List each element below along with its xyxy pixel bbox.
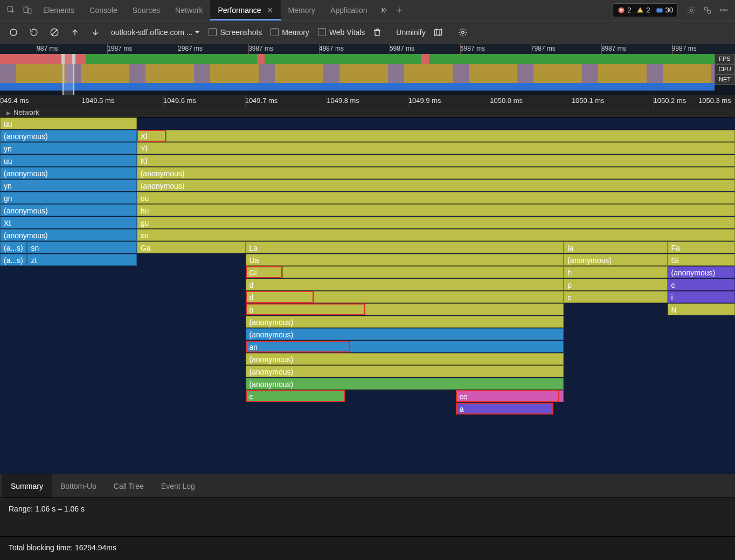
flame-block[interactable]: uu xyxy=(0,117,137,129)
screenshots-checkbox[interactable]: Screenshots xyxy=(209,28,262,37)
map-icon[interactable] xyxy=(430,24,446,40)
flame-block[interactable]: (anonymous) xyxy=(0,204,137,216)
upload-button[interactable] xyxy=(67,24,83,40)
flame-block[interactable]: c xyxy=(246,390,345,402)
event-log-tab[interactable]: Event Log xyxy=(152,474,204,498)
flame-block[interactable]: (anonymous) xyxy=(137,179,735,191)
flame-block[interactable]: La xyxy=(246,241,564,253)
tab-elements[interactable]: Elements xyxy=(36,0,82,20)
more-options-icon[interactable] xyxy=(716,2,732,18)
flame-block[interactable]: gu xyxy=(137,217,735,229)
close-icon[interactable]: ✕ xyxy=(267,6,273,15)
flame-block[interactable]: (anonymous) xyxy=(246,316,564,328)
flame-block[interactable]: Xl xyxy=(137,130,167,142)
flame-block[interactable]: (a...s) xyxy=(0,241,27,253)
flame-block[interactable]: Gi xyxy=(668,254,735,266)
tab-network[interactable]: Network xyxy=(168,0,210,20)
webvitals-checkbox[interactable]: Web Vitals xyxy=(318,28,365,37)
flame-block[interactable] xyxy=(559,390,564,402)
detail-ruler[interactable]: 049.4 ms1049.5 ms1049.6 ms1049.7 ms1049.… xyxy=(0,95,735,107)
download-button[interactable] xyxy=(87,24,103,40)
delete-button[interactable] xyxy=(369,24,385,40)
flame-block[interactable]: (anonymous) xyxy=(246,353,564,365)
capture-settings-icon[interactable] xyxy=(455,24,471,40)
flame-block[interactable] xyxy=(166,130,735,142)
flame-block[interactable]: Gi xyxy=(246,266,282,278)
flame-block[interactable]: o xyxy=(246,303,365,315)
feedback-icon[interactable] xyxy=(699,2,716,18)
flame-block[interactable]: gn xyxy=(0,192,137,204)
flame-block[interactable] xyxy=(282,266,564,278)
errors-badge[interactable]: 2 xyxy=(615,6,633,14)
warnings-badge[interactable]: 2 xyxy=(634,6,652,14)
flame-block[interactable]: xo xyxy=(137,229,735,241)
record-button[interactable] xyxy=(5,24,22,40)
unminify-button[interactable]: Unminify xyxy=(396,28,425,37)
flame-block[interactable]: co xyxy=(456,390,559,402)
flame-block[interactable]: (anonymous) xyxy=(564,254,667,266)
flame-block[interactable]: (anonymous) xyxy=(0,130,137,142)
memory-checkbox[interactable]: Memory xyxy=(271,28,309,37)
flame-block[interactable]: d xyxy=(246,291,314,303)
flame-block[interactable]: a xyxy=(456,403,553,414)
bottom-up-tab[interactable]: Bottom-Up xyxy=(52,474,105,498)
clear-button[interactable] xyxy=(46,24,63,40)
flame-block[interactable]: (anonymous) xyxy=(246,378,564,390)
flame-block[interactable]: d xyxy=(246,279,564,291)
settings-icon[interactable] xyxy=(683,2,699,18)
recording-selector[interactable]: outlook-sdf.office.com ... xyxy=(111,28,200,37)
flame-block[interactable]: yn xyxy=(0,179,137,191)
info-badge[interactable]: 30 xyxy=(654,6,675,14)
flame-block[interactable]: (anonymous) xyxy=(137,167,735,179)
flame-block[interactable]: (anonymous) xyxy=(246,365,564,377)
flame-block[interactable]: Kl xyxy=(137,155,735,167)
flame-block[interactable]: N xyxy=(668,303,735,315)
flame-block[interactable]: h xyxy=(564,266,667,278)
tab-memory[interactable]: Memory xyxy=(281,0,323,20)
flame-block[interactable] xyxy=(350,341,564,352)
flame-block[interactable]: Xt xyxy=(0,217,137,229)
inspect-element-icon[interactable] xyxy=(3,2,19,18)
device-toolbar-icon[interactable] xyxy=(19,2,36,18)
flame-block[interactable]: an xyxy=(246,341,350,352)
flame-block[interactable]: Yl xyxy=(137,142,735,154)
flame-block[interactable]: (a...s) xyxy=(0,254,27,266)
flame-block[interactable]: (anonymous) xyxy=(246,328,564,340)
flame-block[interactable]: Ga xyxy=(137,241,246,253)
call-tree-tab[interactable]: Call Tree xyxy=(105,474,152,498)
reload-record-button[interactable] xyxy=(26,24,42,40)
flame-block[interactable]: (anonymous) xyxy=(0,167,137,179)
flame-block[interactable]: i xyxy=(668,291,735,303)
add-tab-icon[interactable] xyxy=(391,2,407,18)
tab-application[interactable]: Application xyxy=(323,0,375,20)
tab-sources[interactable]: Sources xyxy=(125,0,168,20)
more-tabs-icon[interactable] xyxy=(375,2,391,18)
flame-block[interactable]: hu xyxy=(137,204,735,216)
flame-block[interactable]: c xyxy=(564,291,667,303)
flame-block[interactable]: (anonymous) xyxy=(0,229,137,241)
flame-block[interactable]: Fa xyxy=(668,241,735,253)
flame-block[interactable]: c xyxy=(668,279,735,291)
issue-badges[interactable]: 2 2 30 xyxy=(613,3,678,17)
tab-console[interactable]: Console xyxy=(82,0,124,20)
tab-performance[interactable]: Performance ✕ xyxy=(210,0,280,20)
ruler-tick: 1049.6 ms xyxy=(163,96,196,105)
flame-chart[interactable]: Network uu(anonymous)XlynYluuKl(anonymou… xyxy=(0,107,735,474)
flame-block[interactable]: sn xyxy=(27,241,136,253)
summary-tab[interactable]: Summary xyxy=(2,474,52,498)
overview-tick: 7987 ms xyxy=(531,45,556,52)
flame-row: (a...s)ztUa(anonymous)Gi xyxy=(0,254,735,266)
flame-block[interactable]: yn xyxy=(0,142,137,154)
flame-block[interactable] xyxy=(365,303,564,315)
flame-block[interactable]: p xyxy=(564,279,667,291)
flame-block[interactable]: Ua xyxy=(246,254,564,266)
overview-selection-handle[interactable] xyxy=(63,54,74,95)
overview-pane[interactable]: 987 ms1987 ms2987 ms3987 ms4987 ms5987 m… xyxy=(0,44,735,95)
network-section-header[interactable]: Network xyxy=(0,107,735,117)
flame-block[interactable]: (anonymous) xyxy=(668,266,735,278)
flame-block[interactable] xyxy=(314,291,564,303)
flame-block[interactable]: la xyxy=(564,241,667,253)
flame-block[interactable]: ou xyxy=(137,192,735,204)
flame-block[interactable]: zt xyxy=(27,254,136,266)
flame-block[interactable]: uu xyxy=(0,155,137,167)
